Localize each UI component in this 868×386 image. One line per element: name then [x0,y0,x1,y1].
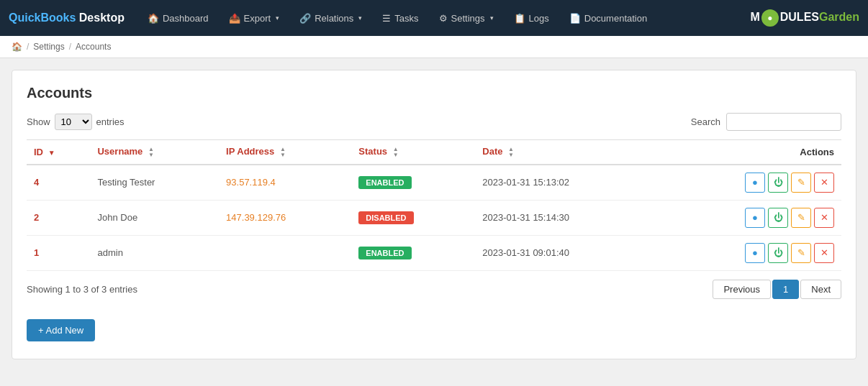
sort-down-icon: ▼ [48,149,55,157]
row-username: Testing Tester [90,165,219,201]
nav-item-logs[interactable]: 📋 Logs [505,9,558,28]
edit-button[interactable]: ✎ [791,243,811,263]
col-actions: Actions [656,140,841,165]
row-status: DISABLED [351,200,475,235]
add-new-area: + Add New [27,311,841,344]
status-badge: ENABLED [358,176,411,189]
sort-icons-ip: ▲▼ [280,147,286,158]
showing-text: Showing 1 to 3 of 3 entries [27,284,137,295]
table-row: 4 Testing Tester 93.57.119.4 ENABLED 202… [27,165,841,201]
nav-item-settings[interactable]: ⚙ Settings ▾ [430,9,502,28]
navbar: QuickBooks Desktop 🏠 Dashboard 📤 Export … [0,0,868,36]
export-icon: 📤 [229,13,240,24]
col-id[interactable]: ID ▼ [27,140,90,165]
dashboard-icon: 🏠 [148,13,159,24]
sort-icons-date: ▲▼ [508,147,514,158]
page-title: Accounts [27,85,841,101]
settings-icon: ⚙ [439,13,448,24]
edit-button[interactable]: ✎ [791,208,811,228]
page-1-button[interactable]: 1 [772,280,799,299]
info-button[interactable]: ● [745,173,765,193]
logo-modules-text: M [750,11,759,23]
nav-items: 🏠 Dashboard 📤 Export ▾ 🔗 Relations ▾ ☰ T… [139,9,750,28]
table-header: ID ▼ Username ▲▼ IP Address ▲▼ Status ▲▼ [27,140,841,165]
breadcrumb-accounts: Accounts [76,42,111,52]
row-id: 2 [27,200,90,235]
col-ip-address[interactable]: IP Address ▲▼ [219,140,351,165]
content-wrapper: Accounts Show 10 25 50 100 entries Searc… [0,58,868,371]
info-button[interactable]: ● [745,208,765,228]
row-status: ENABLED [351,235,475,270]
delete-button[interactable]: ✕ [814,173,834,193]
table-body: 4 Testing Tester 93.57.119.4 ENABLED 202… [27,165,841,271]
sort-icons-status: ▲▼ [393,147,399,158]
power-button[interactable]: ⏻ [768,243,788,263]
sort-icons-username: ▲▼ [148,147,154,158]
documentation-icon: 📄 [569,13,581,24]
nav-item-documentation[interactable]: 📄 Documentation [561,9,656,28]
show-entries: Show 10 25 50 100 entries [27,114,125,130]
export-caret-icon: ▾ [276,14,279,22]
row-actions: ● ⏻ ✎ ✕ [656,200,841,235]
pagination: Previous 1 Next [713,280,841,299]
entries-label: entries [96,116,125,127]
row-username: admin [90,235,219,270]
settings-caret-icon: ▾ [490,14,494,22]
show-label: Show [27,116,50,127]
search-input[interactable] [726,113,841,131]
brand-logo: QuickBooks Desktop [9,12,125,24]
logo-circle-icon: ● [761,9,779,27]
power-button[interactable]: ⏻ [768,208,788,228]
edit-button[interactable]: ✎ [791,173,811,193]
next-button[interactable]: Next [800,280,841,299]
row-ip [219,235,351,270]
breadcrumb: 🏠 / Settings / Accounts [0,36,868,58]
row-ip: 93.57.119.4 [219,165,351,201]
row-id: 4 [27,165,90,201]
previous-button[interactable]: Previous [713,280,771,299]
table-row: 2 John Doe 147.39.129.76 DISABLED 2023-0… [27,200,841,235]
row-date: 2023-01-31 09:01:40 [475,235,656,270]
nav-item-dashboard[interactable]: 🏠 Dashboard [139,9,217,28]
col-date[interactable]: Date ▲▼ [475,140,656,165]
nav-item-relations[interactable]: 🔗 Relations ▾ [291,9,371,28]
search-label: Search [691,116,720,127]
col-status[interactable]: Status ▲▼ [351,140,475,165]
row-id: 1 [27,235,90,270]
modules-garden-logo: M●DULESGarden [750,9,859,27]
row-ip: 147.39.129.76 [219,200,351,235]
nav-item-tasks[interactable]: ☰ Tasks [374,9,427,28]
logo-garden-text: Garden [819,11,859,23]
status-badge: ENABLED [358,247,411,259]
breadcrumb-settings[interactable]: Settings [33,42,64,52]
add-new-button[interactable]: + Add New [27,319,95,341]
tasks-icon: ☰ [382,13,391,24]
accounts-card: Accounts Show 10 25 50 100 entries Searc… [12,70,856,359]
logs-icon: 📋 [514,13,525,24]
row-date: 2023-01-31 15:13:02 [475,165,656,201]
row-actions: ● ⏻ ✎ ✕ [656,235,841,270]
row-actions: ● ⏻ ✎ ✕ [656,165,841,201]
nav-item-export[interactable]: 📤 Export ▾ [220,9,289,28]
accounts-table: ID ▼ Username ▲▼ IP Address ▲▼ Status ▲▼ [27,139,841,271]
logo-dules-text: DULES [780,11,819,23]
row-date: 2023-01-31 15:14:30 [475,200,656,235]
row-username: John Doe [90,200,219,235]
delete-button[interactable]: ✕ [814,208,834,228]
relations-icon: 🔗 [299,13,311,24]
relations-caret-icon: ▾ [358,14,362,22]
table-footer: Showing 1 to 3 of 3 entries Previous 1 N… [27,280,841,299]
table-controls: Show 10 25 50 100 entries Search [27,113,841,131]
home-icon[interactable]: 🏠 [12,42,22,52]
row-status: ENABLED [351,165,475,201]
entries-select[interactable]: 10 25 50 100 [55,114,92,130]
table-row: 1 admin ENABLED 2023-01-31 09:01:40 ● ⏻ … [27,235,841,270]
power-button[interactable]: ⏻ [768,173,788,193]
search-area: Search [691,113,841,131]
delete-button[interactable]: ✕ [814,243,834,263]
info-button[interactable]: ● [745,243,765,263]
status-badge: DISABLED [358,211,413,224]
col-username[interactable]: Username ▲▼ [90,140,219,165]
